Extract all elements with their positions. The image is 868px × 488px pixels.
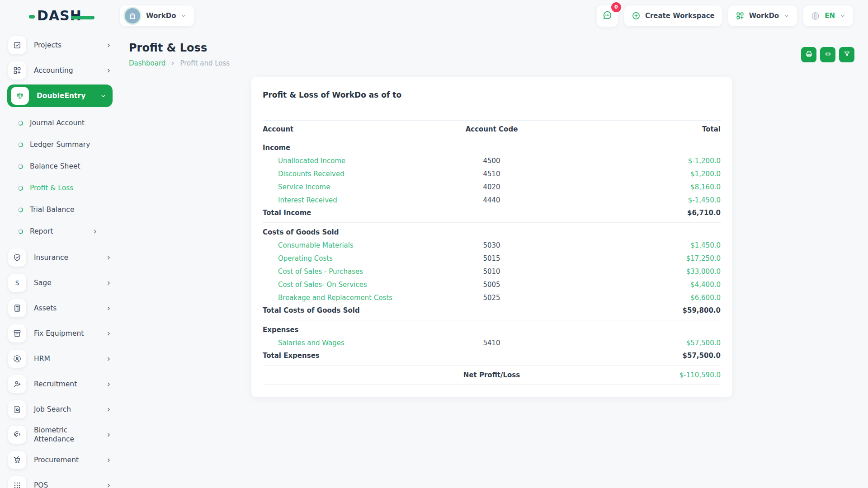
column-header-account-code: Account Code: [446, 125, 538, 133]
dash-logo[interactable]: DASH: [29, 9, 82, 23]
sidebar-item-sage[interactable]: SSage: [7, 270, 113, 296]
create-workspace-button[interactable]: Create Workspace: [624, 5, 722, 26]
grid-plus-icon: [8, 61, 26, 80]
sidebar-item-label: Fix Equipment: [34, 329, 84, 338]
workdo-menu-button[interactable]: WorkDo: [728, 5, 797, 26]
account-link[interactable]: Operating Costs: [278, 254, 333, 263]
sidebar-item-assets[interactable]: Assets: [7, 296, 113, 321]
sidebar-item-label: POS: [34, 481, 48, 488]
section-total-costs-of-goods-sold: Total Costs of Goods Sold$59,800.0: [263, 304, 721, 320]
chevron-right-icon: [106, 356, 112, 362]
sidebar-subitem-trial-balance[interactable]: Trial Balance: [0, 199, 120, 221]
account-code: 5025: [446, 294, 538, 302]
section-total-income: Total Income$6,710.0: [263, 206, 721, 223]
table-row: Service Income4020$8,160.0: [263, 180, 721, 193]
account-link[interactable]: Cost of Sales- On Services: [278, 281, 367, 289]
bullet-icon: [18, 185, 24, 191]
archive-box-icon: [8, 324, 26, 343]
net-profit-loss-row: Net Profit/Loss $-110,590.0: [263, 366, 721, 385]
sidebar-item-label: Accounting: [34, 66, 73, 75]
sidebar-item-projects[interactable]: Projects: [7, 33, 113, 58]
language-selector[interactable]: EN: [803, 5, 853, 26]
topbar: DASH WorkDo 0 Create Workspace: [0, 0, 868, 32]
workspace-avatar: [123, 7, 142, 25]
account-total: $17,250.0: [538, 254, 721, 263]
account-total: $6,600.0: [538, 294, 721, 302]
messages-badge: 0: [611, 2, 621, 12]
sidebar-item-doubleentry[interactable]: DoubleEntry: [7, 84, 113, 107]
svg-text:S: S: [15, 279, 19, 286]
workspace-label: WorkDo: [146, 12, 176, 20]
table-row: Salaries and Wages5410$57,500.0: [263, 336, 721, 349]
sidebar-item-job-search[interactable]: Job Search: [7, 397, 113, 422]
person-plus-icon: [8, 375, 26, 393]
sidebar-item-hrm[interactable]: HRM: [7, 346, 113, 371]
account-link[interactable]: Breakage and Replacement Costs: [278, 294, 392, 302]
plus-circle-icon: [632, 11, 641, 20]
column-header-account: Account: [263, 125, 446, 133]
chevron-right-icon: [106, 305, 112, 311]
column-header-total: Total: [538, 125, 721, 133]
page-actions: [801, 47, 854, 62]
account-link[interactable]: Unallocated Income: [278, 157, 345, 165]
chevron-right-icon: [92, 229, 98, 235]
fingerprint-icon: [8, 426, 26, 444]
account-code: 5410: [446, 339, 538, 347]
filter-button[interactable]: [839, 47, 854, 62]
sidebar-item-label: Sage: [34, 278, 52, 287]
chevron-right-icon: [106, 432, 112, 438]
table-row: Cost of Sales - Purchases5010$33,000.0: [263, 265, 721, 278]
person-dashed-circle-icon: [8, 350, 26, 368]
sidebar-subitem-label: Journal Account: [30, 119, 85, 127]
account-link[interactable]: Consumable Materials: [278, 241, 354, 249]
sidebar-item-fix-equipment[interactable]: Fix Equipment: [7, 321, 113, 346]
workspace-selector[interactable]: WorkDo: [120, 5, 194, 26]
account-link[interactable]: Discounts Received: [278, 170, 344, 178]
table-row: Breakage and Replacement Costs5025$6,600…: [263, 291, 721, 304]
sidebar-item-accounting[interactable]: Accounting: [7, 58, 113, 83]
main-content: Profit & Loss Dashboard Profit and Loss: [120, 32, 868, 488]
sidebar-item-procurement[interactable]: Procurement: [7, 447, 113, 473]
sidebar-item-pos[interactable]: POS: [7, 473, 113, 488]
table-row: Unallocated Income4500$-1,200.0: [263, 154, 721, 167]
chevron-right-icon: [170, 61, 175, 66]
sidebar-item-biometric-attendance[interactable]: Biometric Attendance: [7, 422, 113, 447]
messages-button[interactable]: 0: [597, 5, 618, 27]
sidebar-subitem-journal-account[interactable]: Journal Account: [0, 112, 120, 134]
bullet-icon: [18, 120, 24, 126]
sidebar-item-label: Assets: [34, 304, 57, 313]
sidebar-item-recruitment[interactable]: Recruitment: [7, 371, 113, 397]
language-label: EN: [825, 12, 835, 20]
bullet-icon: [18, 141, 24, 147]
account-code: 4500: [446, 157, 538, 165]
dots-grid-icon: [8, 476, 26, 488]
sidebar-item-label: Job Search: [34, 405, 71, 414]
sidebar-subitem-profit-loss[interactable]: Profit & Loss: [0, 177, 120, 199]
breadcrumb-dashboard-link[interactable]: Dashboard: [129, 59, 165, 67]
chevron-down-icon: [840, 13, 846, 19]
account-link[interactable]: Service Income: [278, 183, 330, 191]
account-link[interactable]: Cost of Sales - Purchases: [278, 267, 363, 276]
chat-icon: [602, 10, 613, 22]
sidebar-item-insurance[interactable]: Insurance: [7, 245, 113, 270]
section-total-expenses: Total Expenses$57,500.0: [263, 349, 721, 366]
table-row: Interest Received4440$-1,450.0: [263, 193, 721, 206]
filter-icon: [843, 50, 851, 59]
sidebar-subitem-report[interactable]: Report: [0, 221, 120, 242]
sidebar-submenu-doubleentry: Journal AccountLedger SummaryBalance She…: [0, 108, 120, 245]
account-total: $33,000.0: [538, 267, 721, 276]
account-link[interactable]: Interest Received: [278, 196, 337, 204]
account-link[interactable]: Salaries and Wages: [278, 339, 344, 347]
table-row: Operating Costs5015$17,250.0: [263, 252, 721, 265]
sidebar-subitem-label: Balance Sheet: [30, 162, 80, 170]
page-title: Profit & Loss: [129, 42, 230, 54]
table-body: IncomeUnallocated Income4500$-1,200.0Dis…: [263, 138, 721, 366]
chevron-right-icon: [106, 381, 112, 387]
table-header-row: Account Account Code Total: [263, 120, 721, 138]
print-button[interactable]: [801, 47, 816, 62]
sidebar-subitem-ledger-summary[interactable]: Ledger Summary: [0, 134, 120, 155]
chart-of-accounts-button[interactable]: [820, 47, 835, 62]
calculator-icon: [8, 299, 26, 317]
sidebar-subitem-balance-sheet[interactable]: Balance Sheet: [0, 155, 120, 177]
cart-icon: [8, 451, 26, 469]
